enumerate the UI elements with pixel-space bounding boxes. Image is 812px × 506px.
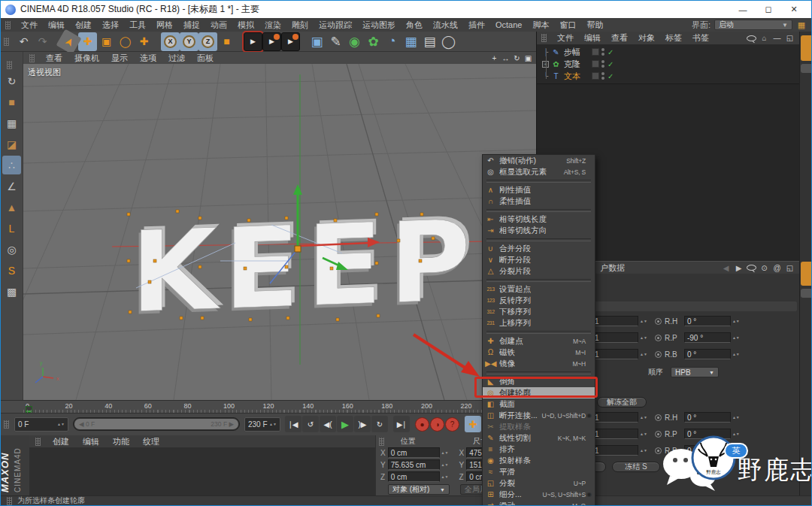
toolbar-icon[interactable]: ▣ — [308, 32, 326, 51]
rotation-p-field[interactable]: -90 ° — [684, 332, 731, 343]
palette-grip[interactable] — [29, 54, 35, 62]
toolbar-icon[interactable]: ✿ — [364, 32, 383, 51]
layout-tab[interactable] — [801, 289, 812, 298]
menu-item[interactable]: 脚本 — [527, 20, 554, 31]
panel-icon[interactable]: ◱ — [785, 264, 795, 272]
toolbar-icon[interactable]: ↷ — [33, 32, 52, 51]
viewport-menu-item[interactable]: 选项 — [134, 53, 162, 64]
tree-branch[interactable]: └ — [541, 72, 550, 80]
context-menu-item[interactable]: ∪ 合并分段 — [483, 243, 595, 254]
frozen-scale-y-field[interactable]: 1 — [592, 429, 638, 439]
key-radio-icon[interactable] — [655, 414, 662, 421]
layer-toggle[interactable] — [592, 48, 599, 56]
context-menu-item[interactable]: ◉ 投射样条 — [483, 455, 595, 466]
menu-item[interactable]: 雕刻 — [286, 20, 314, 31]
transport-button[interactable]: ▶ — [337, 416, 353, 432]
transport-button[interactable]: ● — [415, 417, 429, 432]
home-icon[interactable]: ⌂ — [759, 34, 769, 42]
viewport-menu-item[interactable]: 面板 — [191, 53, 220, 64]
scale-y-field[interactable]: 1 — [592, 332, 638, 343]
key-radio-icon[interactable] — [655, 431, 662, 438]
position-y-field[interactable]: 75.635 cm — [388, 459, 440, 470]
rotation-b-field[interactable]: 0 ° — [684, 349, 731, 359]
context-menu-item[interactable]: ≡ 排齐 — [483, 444, 595, 455]
object-manager-menu-item[interactable]: 书签 — [687, 32, 714, 44]
layer-toggle[interactable] — [592, 72, 599, 80]
mode-toolbar-icon[interactable]: ■ — [2, 92, 21, 111]
enable-check-icon[interactable]: ✓ — [607, 60, 614, 68]
toolbar-icon[interactable]: ■ — [217, 32, 236, 51]
toolbar-icon[interactable]: ▦ — [401, 32, 420, 51]
tree-branch[interactable]: ├ — [541, 48, 550, 56]
object-row[interactable]: + ✿ 克隆 ✓ — [537, 58, 799, 70]
layer-toggle[interactable] — [592, 60, 599, 68]
menu-item[interactable]: 运动跟踪 — [314, 20, 357, 31]
toolbar-icon[interactable]: ◉ — [345, 32, 364, 51]
context-menu-item[interactable] — [483, 329, 595, 335]
palette-grip[interactable] — [7, 497, 12, 505]
scale-x-field[interactable]: 1 — [592, 316, 638, 326]
material-menu-item[interactable]: 纹理 — [136, 436, 166, 447]
toolbar-icon[interactable]: Z — [198, 32, 217, 51]
panel-icon[interactable]: ◱ — [785, 34, 795, 42]
menu-item[interactable]: Octane — [490, 20, 527, 29]
toolbar-icon[interactable]: ◔ — [383, 32, 401, 51]
palette-grip[interactable] — [541, 34, 547, 42]
key-radio-icon[interactable] — [655, 318, 662, 325]
unfreeze-all-button[interactable]: 解冻全部 — [597, 397, 647, 408]
layout-tab-objects[interactable] — [801, 35, 812, 61]
transport-button[interactable]: ◑ — [430, 417, 444, 432]
toolbar-icon[interactable]: ▤ — [420, 32, 439, 51]
menu-item[interactable]: 帮助 — [581, 20, 608, 31]
menu-item[interactable]: 动画 — [205, 20, 232, 31]
palette-grip[interactable] — [7, 61, 12, 69]
material-menu-item[interactable]: 创建 — [46, 436, 76, 447]
tree-branch[interactable]: + — [542, 61, 549, 68]
mode-toolbar-icon[interactable]: ∠ — [2, 177, 21, 195]
viewport-menu-item[interactable]: 查看 — [40, 53, 68, 64]
timeline-ruler[interactable]: 0 20 40 60 80 100 120 140 160 — [1, 401, 536, 414]
context-menu-item[interactable]: 231 上移序列 — [483, 317, 595, 329]
transport-button[interactable]: ↻ — [371, 416, 388, 432]
viewport-nav-icon[interactable]: ↻ — [512, 53, 522, 63]
link-icon[interactable]: — — [772, 34, 782, 42]
toolbar-icon[interactable] — [236, 32, 244, 51]
context-menu-item[interactable]: ◎ 框显选取元素 Alt+S, S — [483, 166, 595, 177]
current-frame-marker[interactable] — [26, 406, 32, 413]
palette-grip[interactable] — [5, 21, 11, 29]
transport-button[interactable]: ◀( — [320, 416, 336, 432]
object-row[interactable]: ├ ✎ 步幅 ✓ — [537, 46, 799, 58]
menu-item[interactable]: 流水线 — [428, 20, 463, 31]
interface-dropdown[interactable]: 启动 ▼ — [714, 20, 792, 30]
palette-grip[interactable] — [4, 38, 9, 46]
layout-tab-attributes[interactable] — [801, 262, 812, 286]
context-menu-item[interactable]: 123 反转序列 — [483, 295, 595, 306]
context-menu-item[interactable]: △ 分裂片段 — [483, 265, 595, 277]
menu-item[interactable]: 运动图形 — [357, 20, 401, 31]
context-menu-item[interactable]: 312 下移序列 — [483, 306, 595, 317]
current-frame-field[interactable]: 0 F▲▼ — [14, 417, 68, 432]
menu-item[interactable]: 选择 — [97, 20, 124, 31]
viewport-nav-icon[interactable]: ↔ — [501, 53, 511, 63]
menu-item[interactable]: 模拟 — [232, 20, 259, 31]
mode-toolbar-icon[interactable]: ↻ — [2, 71, 21, 90]
context-menu-item[interactable] — [483, 207, 595, 214]
mode-toolbar-icon[interactable]: ∴ — [2, 156, 21, 174]
menu-item[interactable]: 捕捉 — [178, 20, 205, 31]
context-menu-item[interactable]: ✂ 提取样条 — [483, 421, 595, 432]
transport-button[interactable]: ? — [445, 417, 459, 432]
context-menu-item[interactable]: ⊞ 细分... U~S, U~Shift+S ◉ — [483, 489, 595, 500]
context-menu-item[interactable]: ⇥ 相等切线方向 — [483, 225, 595, 236]
key-radio-icon[interactable] — [655, 335, 662, 341]
context-menu-item[interactable]: ↶ 撤销(动作) Shift+Z — [483, 155, 595, 166]
transport-button[interactable]: ↺ — [302, 416, 319, 432]
context-menu-item[interactable] — [483, 277, 595, 283]
position-z-field[interactable]: 0 cm — [388, 471, 440, 482]
frozen-rotation-h-field[interactable]: 0 ° — [684, 412, 731, 423]
rotation-order-dropdown[interactable]: HPB ▼ — [671, 367, 719, 377]
viewport-nav-icon[interactable]: ▣ — [523, 53, 533, 63]
menu-item[interactable]: 插件 — [463, 20, 490, 31]
toolbar-icon[interactable]: ✚ — [78, 32, 97, 51]
search-icon[interactable] — [747, 35, 756, 41]
viewport-menu-item[interactable]: 显示 — [105, 53, 134, 64]
